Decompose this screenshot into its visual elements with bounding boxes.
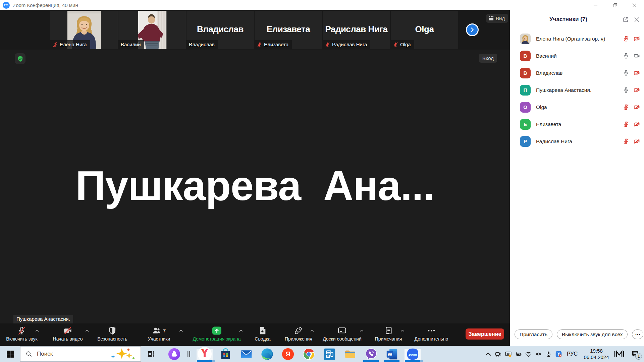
notification-center-button[interactable]: 1 (627, 346, 644, 362)
video-tile-olga[interactable]: Olga Olga (391, 11, 458, 49)
mute-all-button[interactable]: Выключить звук для всех (557, 329, 628, 339)
more-button[interactable]: Дополнительно (415, 323, 448, 346)
file-explorer-button[interactable] (340, 346, 361, 362)
participant-row[interactable]: Елена Нига (Организатор, я) (510, 30, 644, 47)
apps-options-chevron[interactable] (310, 323, 315, 338)
end-meeting-button[interactable]: Завершение (466, 328, 504, 340)
participant-row[interactable]: E Елизавета (510, 116, 644, 133)
video-options-chevron[interactable] (85, 323, 90, 338)
language-indicator[interactable]: РУС (564, 351, 581, 357)
tray-expand-button[interactable] (483, 346, 493, 362)
avatar-initial: П (520, 85, 531, 96)
active-app-underline (405, 360, 420, 362)
tray-display-button[interactable] (503, 346, 513, 362)
mic-muted-icon (623, 138, 629, 144)
view-button[interactable]: Вид (486, 14, 508, 23)
panel-more-button[interactable]: ⋯ (632, 329, 643, 339)
app-body: Елена Нига Василий Владислав Владислав (0, 10, 644, 346)
participant-name: Пушкарева Анастасия. (536, 87, 623, 93)
tile-big-name: Радислав Нига (323, 24, 390, 35)
share-options-chevron[interactable] (239, 323, 243, 338)
yandex-browser-button[interactable] (194, 346, 215, 362)
word-button[interactable] (381, 346, 402, 362)
microsoft-store-button[interactable] (215, 346, 236, 362)
tray-volume-button[interactable] (533, 346, 543, 362)
video-tile-vasily[interactable]: Василий (118, 11, 186, 49)
camera-muted-icon (63, 326, 72, 335)
share-screen-icon (212, 326, 222, 335)
summary-button[interactable]: Сводка (255, 323, 270, 346)
more-dots-icon (427, 326, 436, 335)
notes-button[interactable]: Примечания (375, 323, 402, 346)
avatar-initial: В (520, 68, 531, 78)
start-video-button[interactable]: Начать видео (53, 323, 83, 346)
windows-logo-icon (6, 350, 14, 358)
tray-network-button[interactable] (523, 346, 533, 362)
video-tile-elizaveta[interactable]: Елизавета Елизавета (255, 11, 322, 49)
yandex-button[interactable] (277, 346, 298, 362)
separator-bars-icon (184, 350, 193, 358)
notes-options-chevron[interactable] (400, 323, 405, 338)
participant-row[interactable]: O Olga (510, 99, 644, 116)
participant-row[interactable]: В Василий (510, 47, 644, 64)
minimize-button[interactable] (586, 0, 605, 10)
mic-on-icon (623, 87, 629, 93)
viber-button[interactable] (361, 346, 381, 362)
video-tile-vladislav[interactable]: Владислав Владислав (186, 11, 254, 49)
start-button[interactable] (0, 346, 20, 362)
taskbar-search[interactable]: Поиск (20, 346, 141, 362)
participants-panel: Участники (7) Елена Нига (Организатор, я… (510, 10, 644, 346)
volume-muted-icon (535, 351, 542, 358)
next-videos-button[interactable] (466, 23, 479, 36)
avatar-letter: В (524, 70, 527, 76)
shield-check-icon (17, 55, 24, 62)
audio-options-chevron[interactable] (35, 323, 40, 338)
mail-button[interactable] (236, 346, 257, 362)
video-tile-radislav[interactable]: Радислав Нига Радислав Нига (323, 11, 390, 49)
tray-yandex-app-button[interactable] (553, 346, 564, 362)
alice-assistant-button[interactable] (164, 346, 184, 362)
security-button[interactable]: Безопасность (97, 323, 127, 346)
video-tile-elena[interactable]: Елена Нига (50, 11, 118, 49)
participant-row[interactable]: П Пушкарева Анастасия. (510, 81, 644, 99)
viber-icon (365, 348, 377, 360)
participant-row[interactable]: В Владислав (510, 64, 644, 81)
share-screen-button[interactable]: Демонстрация экрана (193, 323, 240, 346)
popout-icon[interactable] (623, 16, 629, 23)
chevron-up-icon (400, 328, 405, 333)
microphone-icon (545, 351, 552, 358)
invite-button[interactable]: Пригласить (515, 329, 552, 339)
summary-label: Сводка (255, 336, 270, 342)
whiteboards-button[interactable]: Доски сообщений (323, 323, 362, 346)
participants-button[interactable]: 7 Участники (148, 323, 170, 346)
edge-icon (261, 348, 273, 360)
elena-avatar-photo (520, 34, 531, 44)
apps-button[interactable]: Приложения (285, 323, 312, 346)
chrome-button[interactable] (298, 346, 319, 362)
view-button-label: Вид (496, 15, 505, 21)
participant-row[interactable]: Р Радислав Нига (510, 133, 644, 150)
camera-muted-icon (634, 138, 640, 144)
participants-options-chevron[interactable] (179, 323, 183, 338)
meeting-security-badge[interactable] (15, 53, 25, 64)
avatar-photo (520, 34, 531, 44)
tray-m-app-button[interactable] (612, 350, 627, 358)
clock[interactable]: 19:58 06.04.2024 (581, 348, 612, 360)
notes-icon (384, 326, 393, 335)
enter-button[interactable]: Вход (479, 54, 497, 63)
camera-muted-icon (634, 104, 640, 110)
edge-button[interactable] (257, 346, 277, 362)
scanner-app-button[interactable] (319, 346, 340, 362)
window-controls (586, 0, 644, 10)
zoom-app-button[interactable] (402, 346, 423, 362)
task-view-button[interactable] (141, 346, 161, 362)
close-panel-icon[interactable] (634, 16, 640, 23)
tray-microphone-button[interactable] (543, 346, 553, 362)
close-button[interactable] (625, 0, 644, 10)
whiteboard-icon (338, 326, 347, 335)
maximize-button[interactable] (605, 0, 625, 10)
whiteboards-options-chevron[interactable] (360, 323, 364, 338)
tray-battery-button[interactable] (513, 346, 523, 362)
tray-camera-button[interactable] (493, 346, 503, 362)
unmute-button[interactable]: Включить звук (6, 323, 37, 346)
